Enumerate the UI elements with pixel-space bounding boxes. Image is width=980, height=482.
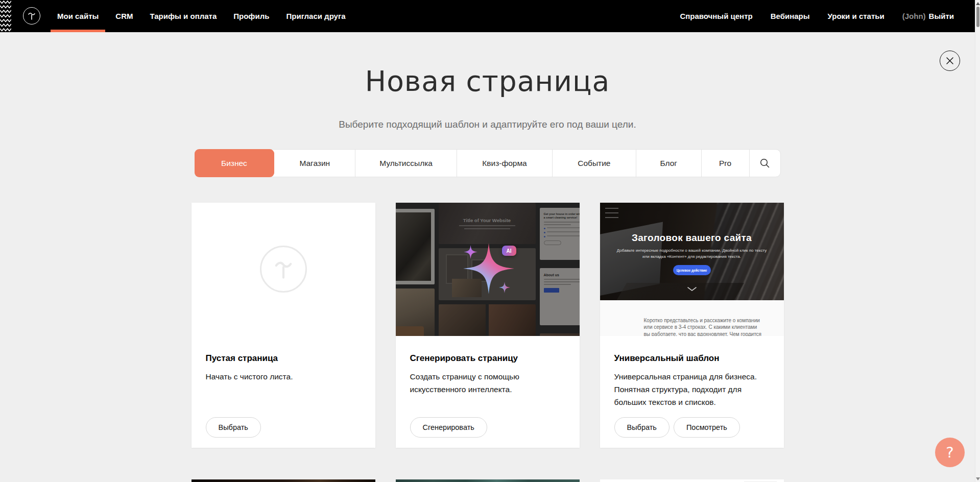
scrollbar-thumb[interactable]	[976, 7, 979, 27]
card-info: Сгенерировать страницу Создать страницу …	[396, 336, 580, 396]
nav-pricing[interactable]: Тарифы и оплата	[150, 0, 217, 32]
mini-body-text: Коротко представьтесь и расскажите о ком…	[600, 300, 784, 336]
universal-template-preview: Заголовок вашего сайта Добавьте интересн…	[600, 203, 784, 336]
ai-sparkle-small-bottom	[499, 282, 510, 293]
tab-business[interactable]: Бизнес	[195, 149, 275, 177]
template-preview-teal[interactable]	[396, 479, 580, 482]
nav-lessons[interactable]: Уроки и статьи	[828, 0, 885, 32]
card-title: Универсальный шаблон	[614, 353, 770, 364]
template-cards-row-2	[192, 479, 784, 482]
card-ai-generate[interactable]: Title of Your Website Get your house in …	[396, 203, 580, 448]
tab-multilink[interactable]: Мультиссылка	[355, 150, 457, 177]
nav-profile[interactable]: Профиль	[233, 0, 269, 32]
ai-sparkle-small-top	[464, 245, 477, 259]
top-nav-bar: Мои сайты CRM Тарифы и оплата Профиль Пр…	[0, 0, 975, 32]
page-scrollbar[interactable]	[975, 0, 980, 482]
nav-webinars[interactable]: Вебинары	[771, 0, 810, 32]
card-description: Начать с чистого листа.	[206, 370, 361, 383]
template-preview-dark[interactable]	[192, 479, 375, 482]
tab-pro[interactable]: Pro	[702, 150, 750, 177]
nav-crm[interactable]: CRM	[115, 0, 133, 32]
close-button[interactable]	[940, 51, 960, 71]
tab-blog[interactable]: Блог	[636, 150, 702, 177]
mini-menu-lines	[605, 208, 618, 218]
tab-store[interactable]: Магазин	[274, 150, 355, 177]
main-content: Новая страница Выберите подходящий шабло…	[0, 32, 975, 482]
template-preview-light[interactable]	[600, 479, 784, 482]
tilda-logo-glyph	[27, 10, 37, 21]
generate-button[interactable]: Сгенерировать	[410, 417, 487, 438]
tab-search[interactable]	[750, 150, 780, 177]
template-category-tabs: Бизнес Магазин Мультиссылка Квиз-форма С…	[195, 149, 781, 177]
nav-my-sites[interactable]: Мои сайты	[57, 0, 99, 32]
choose-button[interactable]: Выбрать	[206, 417, 261, 438]
app-window: Мои сайты CRM Тарифы и оплата Профиль Пр…	[0, 0, 980, 482]
mini-site-subtitle: Добавьте интересные подробности о вашей …	[615, 248, 769, 260]
question-mark-icon: ?	[946, 444, 953, 461]
scrollbar-down-arrow[interactable]	[976, 477, 980, 480]
ai-badge: AI	[502, 246, 516, 256]
search-icon	[759, 158, 770, 168]
logout-link[interactable]: Выйти	[929, 12, 954, 20]
choose-button[interactable]: Выбрать	[614, 417, 670, 438]
card-universal-template[interactable]: Заголовок вашего сайта Добавьте интересн…	[600, 203, 784, 448]
tab-quiz-form[interactable]: Квиз-форма	[457, 150, 553, 177]
tab-event[interactable]: Событие	[553, 150, 636, 177]
nav-help-center[interactable]: Справочный центр	[680, 0, 752, 32]
blank-page-preview	[192, 203, 375, 336]
primary-nav: Мои сайты CRM Тарифы и оплата Профиль Пр…	[57, 0, 346, 32]
close-icon	[945, 56, 954, 65]
card-title: Сгенерировать страницу	[410, 353, 565, 364]
card-title: Пустая страница	[206, 353, 361, 364]
page-title: Новая страница	[0, 65, 975, 98]
mini-cta-button: Целевое действие	[673, 265, 711, 275]
chevron-down-icon	[687, 286, 697, 292]
help-button[interactable]: ?	[935, 438, 965, 467]
card-blank-page[interactable]: Пустая страница Начать с чистого листа. …	[192, 203, 375, 448]
user-name: (John)	[902, 12, 926, 20]
user-session: (John) Выйти	[902, 12, 954, 20]
nav-invite-friend[interactable]: Пригласи друга	[286, 0, 345, 32]
scrollbar-up-arrow[interactable]	[976, 2, 980, 5]
view-button[interactable]: Посмотреть	[674, 417, 740, 438]
tilda-watermark-icon	[260, 246, 307, 293]
tilda-logo[interactable]	[23, 7, 40, 25]
page-subtitle: Выберите подходящий шаблон и адаптируйте…	[0, 119, 975, 130]
mini-site-title: Заголовок вашего сайта	[600, 232, 784, 244]
drag-pattern-decoration	[0, 0, 11, 32]
ai-preview-collage: Title of Your Website Get your house in …	[396, 203, 580, 336]
card-info: Универсальный шаблон Универсальная стран…	[600, 336, 784, 408]
card-description: Создать страницу с помощью искусственног…	[410, 370, 565, 396]
secondary-nav: Справочный центр Вебинары Уроки и статьи…	[680, 0, 954, 32]
card-info: Пустая страница Начать с чистого листа.	[192, 336, 375, 383]
template-cards-row: Пустая страница Начать с чистого листа. …	[192, 203, 784, 448]
card-description: Универсальная страница для бизнеса. Поня…	[614, 370, 770, 408]
